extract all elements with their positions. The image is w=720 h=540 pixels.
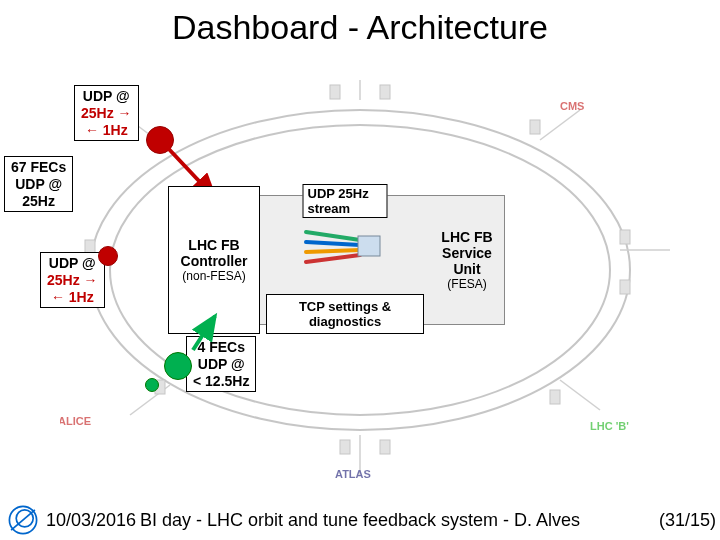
text-line: UDP @ <box>47 255 98 272</box>
footer-page-number: (31/15) <box>659 510 716 531</box>
tcp-settings-label: TCP settings & diagnostics <box>266 294 424 334</box>
label-udp-left: UDP @ 25Hz → ← 1Hz <box>40 252 105 308</box>
text-line: (FESA) <box>447 277 486 291</box>
center-panel: LHC FB Controller (non-FESA) UDP 25Hz st… <box>175 195 505 325</box>
text-line: 25Hz → <box>81 105 132 122</box>
text-line: LHC FB <box>188 237 239 253</box>
facility-atlas: ATLAS <box>335 468 371 480</box>
slide-root: Dashboard - Architecture <box>0 0 720 540</box>
facility-lhcb: LHC 'B' <box>590 420 629 432</box>
text-line: Service <box>442 245 492 261</box>
slide-title: Dashboard - Architecture <box>0 8 720 47</box>
text-line: 25Hz <box>11 193 66 210</box>
node-red-left <box>98 246 118 266</box>
svg-line-22 <box>306 232 360 240</box>
label-67-fecs: 67 FECs UDP @ 25Hz <box>4 156 73 212</box>
facility-cms: CMS <box>560 100 584 112</box>
svg-line-27 <box>193 316 215 350</box>
svg-rect-26 <box>358 236 380 256</box>
text-line: < 12.5Hz <box>193 373 249 390</box>
svg-rect-14 <box>620 280 630 294</box>
svg-line-5 <box>560 380 600 410</box>
svg-line-24 <box>306 250 360 252</box>
footer-title: BI day - LHC orbit and tune feedback sys… <box>0 510 720 531</box>
text-line: UDP @ <box>81 88 132 105</box>
text-line: ← 1Hz <box>81 122 132 139</box>
text-line: UDP @ <box>11 176 66 193</box>
udp-stream-label: UDP 25Hz stream <box>303 184 388 218</box>
svg-rect-17 <box>380 440 390 454</box>
svg-rect-11 <box>380 85 390 99</box>
stream-row: UDP 25Hz stream <box>260 196 430 294</box>
lhc-fb-service-box: LHC FB Service Unit (FESA) <box>430 196 504 324</box>
svg-line-23 <box>306 242 360 245</box>
center-mid: UDP 25Hz stream TCP settings & diagnosti… <box>260 196 430 324</box>
svg-rect-12 <box>530 120 540 134</box>
ethernet-cable-icon <box>300 220 390 270</box>
svg-line-3 <box>540 110 580 140</box>
svg-rect-16 <box>340 440 350 454</box>
facility-alice: ALICE <box>60 415 91 427</box>
svg-line-25 <box>306 255 360 262</box>
text-line: LHC FB <box>441 229 492 245</box>
text-line: Controller <box>181 253 248 269</box>
arrow-green-icon <box>185 310 245 360</box>
svg-rect-10 <box>330 85 340 99</box>
svg-rect-13 <box>620 230 630 244</box>
text-line: 25Hz → <box>47 272 98 289</box>
text-line: Unit <box>453 261 480 277</box>
text-line: 67 FECs <box>11 159 66 176</box>
node-green-small <box>145 378 159 392</box>
text-line: (non-FESA) <box>182 269 245 283</box>
text-line: ← 1Hz <box>47 289 98 306</box>
svg-rect-15 <box>550 390 560 404</box>
label-udp-top: UDP @ 25Hz → ← 1Hz <box>74 85 139 141</box>
footer: 10/03/2016 BI day - LHC orbit and tune f… <box>0 506 720 534</box>
